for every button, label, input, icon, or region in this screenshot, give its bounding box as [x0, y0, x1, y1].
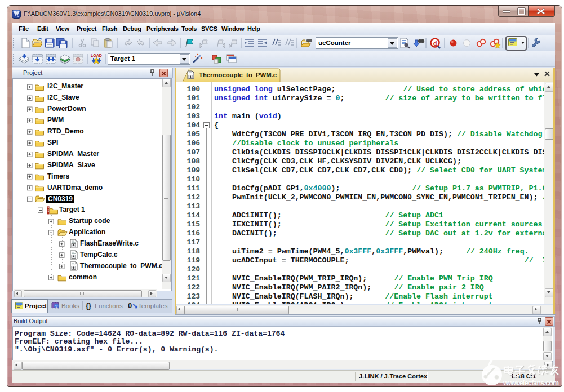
svg-text:LOAD: LOAD	[91, 54, 102, 57]
svg-text:d: d	[433, 39, 437, 47]
svg-text:www.elecfans.com: www.elecfans.com	[503, 379, 559, 387]
svg-text:?: ?	[55, 304, 58, 309]
